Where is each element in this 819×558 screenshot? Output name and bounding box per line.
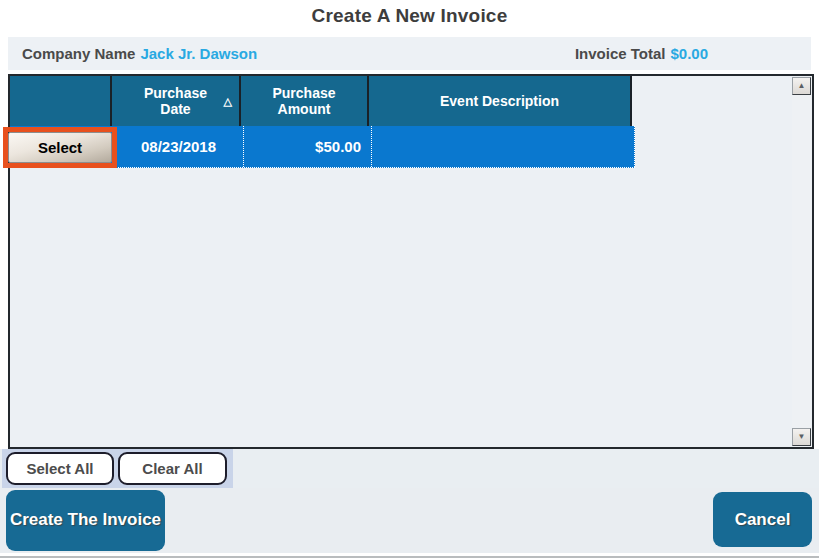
company-name-group: Company NameJack Jr. Dawson (22, 37, 257, 70)
purchase-date-cell: 08/23/2018 (114, 126, 243, 167)
scrollbar-track[interactable] (792, 95, 811, 428)
company-name-label: Company Name (22, 45, 135, 62)
purchase-amount-cell: $50.00 (243, 126, 371, 167)
header-select-column[interactable] (10, 76, 112, 126)
invoice-info-bar: Company NameJack Jr. Dawson Invoice Tota… (8, 37, 811, 70)
invoice-total-group: Invoice Total$0.00 (575, 37, 708, 70)
header-purchase-date-label: Purchase Date (136, 85, 216, 117)
sort-ascending-icon[interactable]: △ (224, 95, 232, 108)
select-all-button[interactable]: Select All (6, 452, 114, 485)
invoice-total-label: Invoice Total (575, 45, 666, 62)
select-button[interactable]: Select (8, 132, 112, 163)
header-purchase-amount-label: Purchase Amount (264, 85, 344, 117)
vertical-scrollbar[interactable]: ▲ ▼ (792, 77, 811, 446)
scroll-down-icon[interactable]: ▼ (792, 428, 811, 446)
scroll-up-icon[interactable]: ▲ (792, 77, 811, 95)
page-title: Create A New Invoice (0, 5, 819, 27)
company-name-value: Jack Jr. Dawson (140, 45, 257, 62)
clear-all-button[interactable]: Clear All (118, 452, 227, 485)
event-description-cell (371, 126, 635, 167)
highlight-annotation-box: Select (3, 127, 117, 168)
table-header-row: Purchase Date △ Purchase Amount Event De… (10, 76, 635, 126)
header-event-description[interactable]: Event Description (369, 76, 632, 126)
create-invoice-dialog: Create A New Invoice Company NameJack Jr… (0, 0, 819, 558)
header-purchase-date[interactable]: Purchase Date △ (112, 76, 241, 126)
footer-bar: Create The Invoice Cancel (0, 488, 819, 553)
purchases-table: Purchase Date △ Purchase Amount Event De… (8, 74, 814, 449)
header-purchase-amount[interactable]: Purchase Amount (241, 76, 369, 126)
create-invoice-button[interactable]: Create The Invoice (6, 490, 165, 551)
cancel-button[interactable]: Cancel (713, 492, 812, 547)
invoice-total-value: $0.00 (670, 45, 708, 62)
selection-actions-bar: Select All Clear All (0, 449, 819, 488)
